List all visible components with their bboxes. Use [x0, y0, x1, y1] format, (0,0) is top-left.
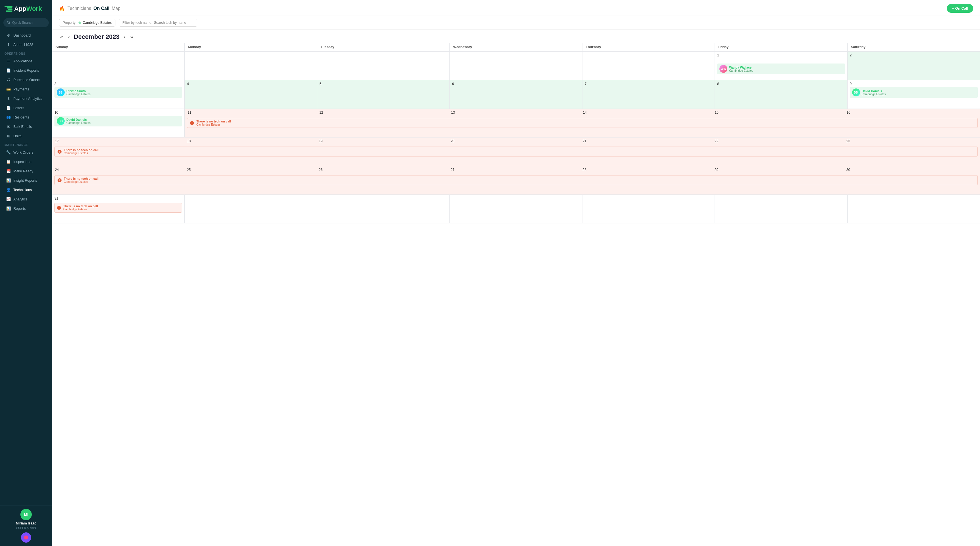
sidebar-item-alerts[interactable]: ℹ Alerts 11928	[2, 40, 51, 49]
day-number: 15	[714, 111, 846, 114]
sidebar-item-label: Insight Reports	[13, 179, 37, 183]
day-header-sunday: Sunday	[52, 43, 185, 52]
alerts-icon: ℹ	[6, 43, 11, 47]
sidebar-item-label: Bulk Emails	[13, 125, 32, 129]
day-number: 8	[717, 82, 845, 86]
sidebar-item-dashboard[interactable]: ⊙ Dashboard	[2, 31, 51, 40]
sidebar-item-purchase-orders[interactable]: 🖨 Purchase Orders	[2, 75, 51, 84]
sidebar-item-bulk-emails[interactable]: ✉ Bulk Emails	[2, 122, 51, 131]
no-tech-bar-week3: ! There is no tech on call Cambridge Est…	[187, 118, 978, 128]
week-row-3-overlay: 11 12 13 14 15 16 ! There is no tech on …	[52, 109, 980, 138]
logo-icon	[5, 6, 13, 12]
search-icon	[7, 20, 10, 25]
no-tech-text-week3: There is no tech on call	[196, 120, 231, 123]
day-cell-empty	[450, 52, 582, 80]
tech-property-wanda: Cambridge Estates	[729, 69, 753, 72]
day-cell-empty	[317, 52, 450, 80]
sidebar-item-units[interactable]: ⊞ Units	[2, 132, 51, 140]
purple-dot-icon	[24, 535, 28, 540]
sidebar-item-incident-reports[interactable]: 📄 Incident Reports	[2, 66, 51, 75]
search-box[interactable]	[3, 18, 49, 27]
tech-property-david-week2: Cambridge Estates	[862, 93, 886, 96]
no-tech-property-week3: Cambridge Estates	[196, 123, 231, 126]
calendar-header: Sunday Monday Tuesday Wednesday Thursday…	[52, 43, 980, 52]
tech-property-stewie: Cambridge Estates	[66, 93, 91, 96]
day-cell-empty	[450, 195, 582, 223]
week-row-1: 1 WW Wanda Wallace Cambridge Estates 2	[52, 52, 980, 80]
user-avatar-purple[interactable]	[21, 532, 31, 543]
calendar-container: Sunday Monday Tuesday Wednesday Thursday…	[52, 43, 980, 546]
day-number: 7	[585, 82, 712, 86]
tech-search-input[interactable]	[154, 21, 194, 25]
sidebar-item-label: Work Orders	[13, 151, 33, 154]
logo-text: AppWork	[14, 5, 42, 13]
tech-filter[interactable]: Filter by tech name:	[119, 19, 197, 27]
prev-button[interactable]: ‹	[67, 33, 71, 41]
avatar-stewie: SS	[57, 89, 65, 96]
day-cell-7: 7	[582, 80, 715, 109]
no-tech-bar-week4: ! There is no tech on call Cambridge Est…	[54, 146, 978, 157]
day-cell-31: 31 ! There is no tech on call Cambridge …	[52, 195, 185, 223]
calendar-month-title: December 2023	[74, 33, 119, 41]
sidebar-item-label: Residents	[13, 115, 29, 119]
tech-entry-wanda[interactable]: WW Wanda Wallace Cambridge Estates	[717, 63, 845, 74]
day-cell-empty	[185, 195, 317, 223]
day-cell-10-overlay	[52, 109, 185, 137]
sidebar-item-label: Inspections	[13, 160, 31, 164]
sidebar-item-inspections[interactable]: 📋 Inspections	[2, 157, 51, 166]
section-label-maintenance: MAINTENANCE	[0, 141, 52, 148]
day-header-monday: Monday	[185, 43, 317, 52]
sidebar-item-residents[interactable]: 👥 Residents	[2, 113, 51, 122]
search-input[interactable]	[12, 21, 45, 25]
prev-prev-button[interactable]: «	[59, 33, 64, 41]
sidebar-user: MI Miriam Isaac SUPER ADMIN	[0, 505, 52, 546]
day-cell-4: 4	[185, 80, 317, 109]
day-cell-3: 3 SS Stewie Smith Cambridge Estates	[52, 80, 185, 109]
day-header-tuesday: Tuesday	[317, 43, 450, 52]
day-cell-6: 6	[450, 80, 582, 109]
tech-name-stewie: Stewie Smith	[66, 89, 91, 93]
day-cell-1: 1 WW Wanda Wallace Cambridge Estates	[715, 52, 847, 80]
sidebar-item-label: Dashboard	[13, 33, 30, 37]
week-row-5: 24 25 26 27 28 29 30 ! There is no tech …	[52, 166, 980, 195]
day-number: 11	[188, 111, 319, 114]
main-content: 🔥 Technicians On Call Map + On Call Prop…	[52, 0, 980, 546]
sidebar-item-reports[interactable]: 📊 Reports	[2, 204, 51, 213]
day-number: 14	[583, 111, 714, 114]
day-cell-empty	[52, 52, 185, 80]
app-logo: AppWork	[0, 0, 52, 16]
next-button[interactable]: ›	[122, 33, 126, 41]
tech-entry-stewie[interactable]: SS Stewie Smith Cambridge Estates	[54, 87, 182, 98]
no-tech-property-week5: Cambridge Estates	[64, 180, 99, 183]
sidebar-item-work-orders[interactable]: 🔧 Work Orders	[2, 148, 51, 157]
day-number: 31	[54, 197, 182, 200]
section-label-operations: OPERATIONS	[0, 49, 52, 56]
week5-span: 24 25 26 27 28 29 30 ! There is no tech …	[52, 166, 980, 194]
sidebar-item-label: Purchase Orders	[13, 78, 40, 82]
day-number: 3	[54, 82, 182, 86]
day-cell-2: 2	[848, 52, 980, 80]
property-value: Cambridge Estates	[83, 21, 112, 25]
sidebar: AppWork ⊙ Dashboard ℹ Alerts 11928 OPERA…	[0, 0, 52, 546]
sidebar-item-analytics[interactable]: 📈 Analytics	[2, 195, 51, 203]
calendar-nav: « ‹ December 2023 › »	[52, 30, 980, 43]
user-role: SUPER ADMIN	[16, 527, 36, 530]
sidebar-item-insight-reports[interactable]: 📊 Insight Reports	[2, 176, 51, 185]
day-number: 16	[846, 111, 978, 114]
sidebar-item-applications[interactable]: ☰ Applications	[2, 57, 51, 65]
day-header-thursday: Thursday	[582, 43, 715, 52]
next-next-button[interactable]: »	[129, 33, 134, 41]
property-filter[interactable]: Property: ⊕ Cambridge Estates	[59, 19, 115, 27]
day-cell-9: 9 DD David Daniels Cambridge Estates	[848, 80, 980, 109]
avatar-david-week2: DD	[852, 89, 860, 96]
day-cell-empty	[715, 195, 847, 223]
svg-point-0	[7, 21, 10, 24]
sidebar-item-payments[interactable]: 💳 Payments	[2, 85, 51, 94]
day-number: 9	[850, 82, 978, 86]
tech-entry-david-week2[interactable]: DD David Daniels Cambridge Estates	[850, 87, 978, 98]
sidebar-item-make-ready[interactable]: 📅 Make Ready	[2, 167, 51, 176]
sidebar-item-letters[interactable]: 📄 Letters	[2, 103, 51, 112]
on-call-button[interactable]: + On Call	[947, 4, 973, 13]
sidebar-item-payment-analytics[interactable]: $ Payment Analytics	[2, 94, 51, 103]
sidebar-item-technicians[interactable]: 👤 Technicians	[2, 186, 51, 194]
